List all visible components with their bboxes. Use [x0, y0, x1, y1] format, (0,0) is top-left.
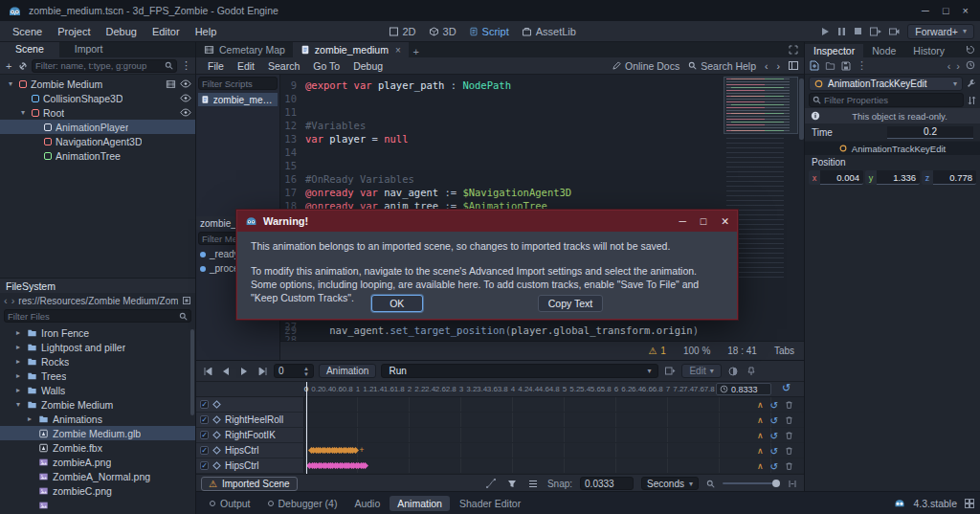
track-loop-icon[interactable]: ↺: [770, 415, 778, 426]
play-animation-icon[interactable]: [237, 365, 251, 378]
anim-track-hipsctrl[interactable]: ✓HipsCtrl ∧↺: [196, 458, 804, 474]
fs-item-walls[interactable]: ▸ Walls: [0, 383, 195, 397]
object-dropdown[interactable]: AnimationTrackKeyEdit ▾: [809, 77, 963, 91]
scene-instance-icon[interactable]: [204, 45, 214, 55]
new-resource-icon[interactable]: [810, 60, 819, 71]
ok-button[interactable]: OK: [371, 295, 423, 312]
scene-menu-kebab-icon[interactable]: ⋮: [181, 59, 191, 73]
visibility-eye-icon[interactable]: [180, 108, 191, 117]
vector-x-field[interactable]: x0.004: [809, 170, 863, 185]
track-loop-icon[interactable]: ↺: [770, 431, 778, 441]
scene-node-collisionshape3d[interactable]: CollisionShape3D: [0, 91, 195, 105]
bottom-tab-animation[interactable]: Animation: [390, 496, 450, 511]
menu-project[interactable]: Project: [51, 24, 97, 39]
visibility-eye-icon[interactable]: [180, 79, 191, 88]
time-value-field[interactable]: 0.2: [887, 126, 973, 139]
dock-tab-import[interactable]: Import: [59, 42, 119, 57]
inspector-section-header[interactable]: AnimationTrackKeyEdit: [805, 142, 980, 155]
play-from-end-icon[interactable]: [256, 365, 269, 378]
scene-node-zombie-medium[interactable]: ▾ Zombie Medium: [0, 77, 195, 91]
track-enabled-checkbox[interactable]: ✓: [200, 400, 209, 409]
track-delete-icon[interactable]: [785, 461, 793, 471]
script-panel-toggle-icon[interactable]: [789, 61, 798, 70]
track-loop-icon[interactable]: ↺: [770, 461, 778, 472]
scene-node-navigationagent3d[interactable]: NavigationAgent3D: [0, 134, 195, 148]
track-enabled-checkbox[interactable]: ✓: [200, 446, 209, 455]
fs-item-rocks[interactable]: ▸ Rocks: [0, 354, 195, 369]
instance-scene-button[interactable]: [18, 59, 29, 73]
menu-help[interactable]: Help: [189, 24, 224, 39]
save-resource-icon[interactable]: [841, 61, 851, 71]
tree-expand-arrow[interactable]: ▸: [13, 328, 23, 337]
load-resource-icon[interactable]: [825, 61, 835, 71]
renderer-select[interactable]: Forward+▾: [907, 24, 974, 39]
dialog-titlebar[interactable]: Warning! ─ □ ✕: [237, 211, 737, 232]
snap-unit-dropdown[interactable]: Seconds▾: [641, 477, 699, 490]
filter-tracks-icon[interactable]: [505, 477, 519, 490]
new-tab-button[interactable]: +: [409, 46, 424, 57]
dialog-maximize-button[interactable]: □: [701, 215, 706, 227]
focus-file-icon[interactable]: [182, 296, 191, 305]
scene-instance-icon[interactable]: [166, 79, 176, 89]
track-enabled-checkbox[interactable]: ✓: [200, 415, 209, 424]
maximize-button[interactable]: □: [943, 5, 949, 16]
inspector-back-icon[interactable]: ‹: [947, 60, 951, 72]
copy-text-button[interactable]: Copy Text: [538, 295, 604, 312]
property-sort-icon[interactable]: [968, 96, 976, 105]
filesystem-scrollbar[interactable]: [190, 329, 194, 415]
tree-expand-arrow[interactable]: ▸: [25, 414, 34, 423]
fs-item-zombiec-png[interactable]: zombieC.png: [0, 483, 195, 498]
track-update-mode-icon[interactable]: ∧: [757, 446, 764, 456]
onion-skinning-icon[interactable]: [726, 365, 740, 378]
track-loop-icon[interactable]: ↺: [770, 400, 778, 411]
visibility-eye-icon[interactable]: [180, 94, 191, 102]
track-update-mode-icon[interactable]: ∧: [757, 400, 764, 410]
inspector-tab-node[interactable]: Node: [863, 44, 904, 57]
workspace-script[interactable]: Script: [470, 26, 509, 37]
script-menu-search[interactable]: Search: [262, 59, 305, 73]
track-loop-icon[interactable]: ↺: [770, 446, 778, 457]
track-update-mode-icon[interactable]: ∧: [757, 415, 764, 425]
close-tab-icon[interactable]: ×: [395, 45, 401, 56]
distraction-free-icon[interactable]: [789, 45, 798, 55]
fs-item-trees[interactable]: ▸ Trees: [0, 369, 195, 383]
vector-y-field[interactable]: y1.336: [865, 170, 920, 185]
scene-tab-zombie-medium[interactable]: zombie_medium×: [293, 42, 409, 57]
inspector-forward-icon[interactable]: ›: [956, 60, 960, 72]
animation-menu-button[interactable]: Animation: [319, 364, 376, 378]
add-key-icon[interactable]: +: [359, 445, 364, 455]
history-list-icon[interactable]: [966, 60, 975, 72]
script-list-item[interactable]: zombie_medium: [198, 93, 278, 106]
menu-scene[interactable]: Scene: [6, 24, 49, 39]
track-delete-icon[interactable]: [785, 415, 793, 425]
imported-scene-button[interactable]: ⚠Imported Scene: [201, 477, 298, 491]
online-docs-button[interactable]: Online Docs: [612, 60, 679, 72]
timeline-zoom-slider[interactable]: [723, 482, 778, 484]
pause-button[interactable]: [837, 27, 846, 36]
tree-expand-arrow[interactable]: ▸: [13, 343, 23, 351]
scripts-filter-input[interactable]: [202, 78, 274, 89]
inspector-tab-inspector[interactable]: Inspector: [805, 44, 863, 57]
group-tracks-icon[interactable]: [526, 477, 540, 490]
workspace-2d[interactable]: 2D: [389, 26, 415, 37]
tree-expand-arrow[interactable]: ▸: [13, 371, 23, 380]
play-button[interactable]: [820, 27, 830, 36]
dialog-close-button[interactable]: ✕: [721, 215, 729, 227]
fs-item-item[interactable]: [0, 498, 195, 512]
track-enabled-checkbox[interactable]: ✓: [200, 431, 209, 439]
time-spinner-input[interactable]: [278, 366, 300, 376]
bezier-edit-icon[interactable]: [484, 477, 498, 490]
vector-z-field[interactable]: z0.778: [922, 170, 976, 185]
bottom-tab-audio[interactable]: Audio: [346, 496, 388, 511]
scene-node-animationplayer[interactable]: AnimationPlayer: [0, 120, 195, 134]
tree-expand-arrow[interactable]: ▸: [13, 386, 23, 394]
track-delete-icon[interactable]: [785, 446, 793, 456]
tree-expand-arrow[interactable]: ▾: [18, 108, 28, 117]
indent-mode[interactable]: Tabs: [774, 346, 794, 356]
bottom-tab-debugger-4[interactable]: Debugger (4): [260, 496, 345, 511]
script-menu-edit[interactable]: Edit: [232, 59, 260, 73]
tree-expand-arrow[interactable]: ▾: [6, 79, 15, 88]
script-menu-debug[interactable]: Debug: [347, 59, 389, 73]
menu-debug[interactable]: Debug: [99, 24, 143, 39]
bottom-tab-shader-editor[interactable]: Shader Editor: [452, 496, 528, 511]
